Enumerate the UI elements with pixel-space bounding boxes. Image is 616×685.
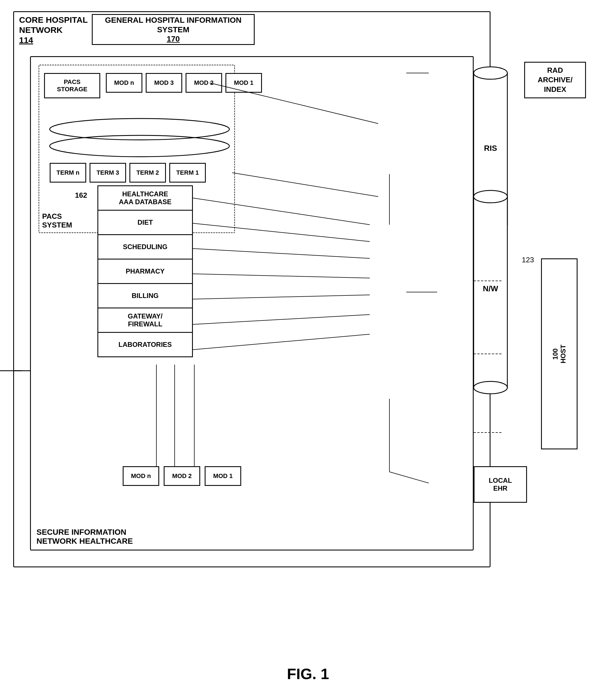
host-label: HOST100 — [551, 345, 567, 363]
svg-point-9 — [50, 135, 229, 157]
term-box-n: TERM n — [50, 163, 86, 183]
svg-text:RIS: RIS — [484, 144, 497, 152]
hc-box-billing: BILLING — [97, 283, 193, 308]
svg-point-5 — [474, 190, 507, 203]
hc-box-diet: DIET — [97, 210, 193, 235]
mod-boxes-upper: MOD n MOD 3 MOD 2 MOD 1 — [106, 73, 262, 93]
hc-box-gateway: GATEWAY/FIREWALL — [97, 307, 193, 333]
hc-box-labs: LABORATORIES — [97, 332, 193, 357]
term-box-1: TERM 1 — [169, 163, 206, 183]
local-ehr-box: LOCALEHR — [474, 466, 527, 503]
local-ehr-label: LOCALEHR — [489, 477, 512, 492]
svg-text:N/W: N/W — [483, 284, 498, 293]
pacs-system-label: PACSSYSTEM — [42, 212, 72, 230]
mod-box-1-upper: MOD 1 — [225, 73, 262, 93]
term-boxes: TERM n TERM 3 TERM 2 TERM 1 — [50, 163, 206, 183]
label-123: 123 — [522, 256, 534, 264]
hc-box-aaa: HEALTHCAREAAA DATABASE — [97, 185, 193, 211]
term-box-3: TERM 3 — [90, 163, 126, 183]
rad-archive-label: RADARCHIVE/INDEX — [538, 66, 572, 94]
hc-box-scheduling: SCHEDULING — [97, 234, 193, 259]
fig-label: FIG. 1 — [287, 665, 329, 683]
core-hospital-label: CORE HOSPITALNETWORK114 — [19, 15, 88, 45]
mod-box-1-lower: MOD 1 — [205, 466, 241, 486]
ellipses-svg — [39, 112, 241, 161]
mod-box-n-lower: MOD n — [123, 466, 159, 486]
pacs-storage-label: PACSSTORAGE — [57, 78, 87, 93]
svg-point-6 — [474, 381, 507, 394]
svg-point-8 — [50, 119, 229, 140]
secure-network-label: SECURE INFORMATIONNETWORK HEALTHCARE — [37, 528, 133, 546]
label-162: 162 — [75, 191, 87, 200]
nw-cylinder: N/W — [471, 185, 510, 400]
mod-box-n-upper: MOD n — [106, 73, 142, 93]
ghis-label: GENERAL HOSPITAL INFORMATION SYSTEM — [93, 16, 254, 34]
term-box-2: TERM 2 — [129, 163, 166, 183]
mod-box-2-upper: MOD 2 — [185, 73, 222, 93]
svg-point-1 — [474, 67, 507, 79]
mod-box-2-lower: MOD 2 — [164, 466, 200, 486]
host-box: HOST100 — [541, 258, 577, 449]
healthcare-boxes: HEALTHCAREAAA DATABASE DIET SCHEDULING P… — [97, 185, 193, 357]
ghis-box: GENERAL HOSPITAL INFORMATION SYSTEM 170 — [92, 14, 255, 45]
ghis-number: 170 — [167, 35, 180, 44]
hc-box-pharmacy: PHARMACY — [97, 259, 193, 284]
mod-box-3-upper: MOD 3 — [146, 73, 182, 93]
pacs-storage-box: PACSSTORAGE — [44, 73, 100, 98]
mod-boxes-lower: MOD n MOD 2 MOD 1 — [123, 466, 241, 486]
rad-archive-box: RADARCHIVE/INDEX — [524, 62, 586, 98]
